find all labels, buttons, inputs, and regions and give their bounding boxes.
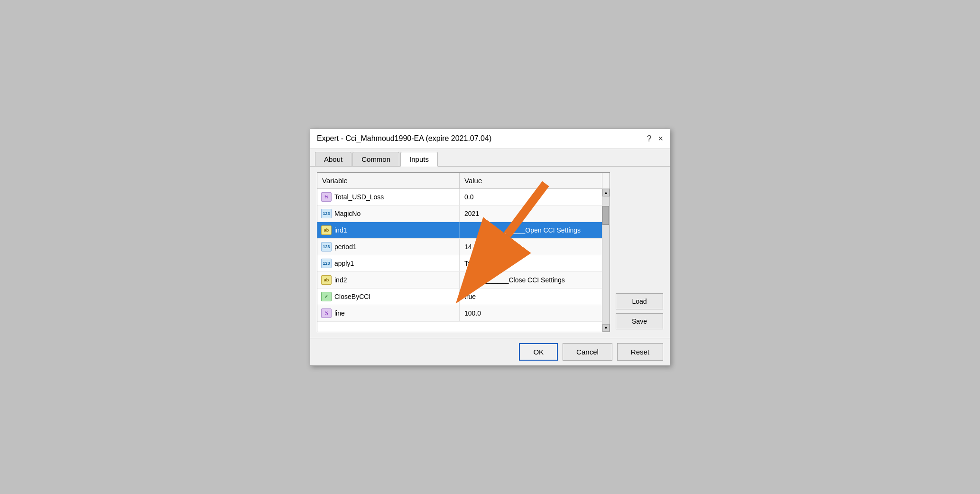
bottom-bar: OK Cancel Reset xyxy=(310,338,670,365)
inputs-table: Variable Value ½ Total_USD_Loss 0.0 xyxy=(317,172,610,332)
row-variable: 123 apply1 xyxy=(317,255,460,271)
table-row[interactable]: 123 period1 14 xyxy=(317,239,602,255)
help-button[interactable]: ? xyxy=(647,134,651,144)
table-row[interactable]: ½ Total_USD_Loss 0.0 xyxy=(317,189,602,205)
row-value[interactable]: ____________Close CCI Settings xyxy=(460,273,602,287)
save-button[interactable]: Save xyxy=(616,313,663,329)
row-value[interactable]: 2021 xyxy=(460,206,602,221)
table-row[interactable]: 123 apply1 Typical price xyxy=(317,255,602,272)
row-value[interactable]: 14 xyxy=(460,240,602,254)
row-variable: 123 period1 xyxy=(317,239,460,255)
row-variable: ✓ CloseByCCI xyxy=(317,289,460,305)
cancel-button[interactable]: Cancel xyxy=(563,343,612,361)
tab-inputs[interactable]: Inputs xyxy=(400,152,438,167)
scroll-down-button[interactable]: ▼ xyxy=(602,324,610,332)
table-row[interactable]: 123 MagicNo 2021 xyxy=(317,205,602,222)
scroll-thumb[interactable] xyxy=(602,206,609,225)
row-value[interactable]: ____________Open CCI Settings xyxy=(460,223,602,237)
row-value[interactable]: 100.0 xyxy=(460,306,602,320)
reset-button[interactable]: Reset xyxy=(617,343,663,361)
title-controls: ? × xyxy=(647,134,663,144)
tab-bar: About Common Inputs xyxy=(310,149,670,167)
title-bar: Expert - Cci_Mahmoud1990-EA (expire 2021… xyxy=(310,129,670,149)
scrollbar[interactable]: ▲ ▼ xyxy=(602,189,610,332)
table-row[interactable]: ab ind2 ____________Close CCI Settings xyxy=(317,272,602,289)
scroll-track xyxy=(602,196,610,324)
table-row[interactable]: ½ line 100.0 xyxy=(317,305,602,322)
ok-button[interactable]: OK xyxy=(519,343,558,361)
table-body: ½ Total_USD_Loss 0.0 123 MagicNo 2021 xyxy=(317,189,602,332)
icon-123: 123 xyxy=(321,209,332,218)
icon-check: ✓ xyxy=(321,292,332,301)
col-value-header: Value xyxy=(460,173,602,188)
scroll-up-button[interactable]: ▲ xyxy=(602,189,610,196)
icon-v2: ½ xyxy=(321,308,332,318)
tab-about[interactable]: About xyxy=(315,152,351,166)
row-variable: 123 MagicNo xyxy=(317,205,460,222)
icon-ab: ab xyxy=(321,275,332,285)
side-buttons: Load Save xyxy=(616,172,663,332)
row-variable: ½ Total_USD_Loss xyxy=(317,189,460,205)
row-variable: ab ind2 xyxy=(317,272,460,288)
table-header: Variable Value xyxy=(317,173,610,189)
row-variable: ab ind1 xyxy=(317,222,460,238)
table-row[interactable]: ab ind1 ____________Open CCI Settings xyxy=(317,222,602,239)
content-area: Variable Value ½ Total_USD_Loss 0.0 xyxy=(310,167,670,338)
row-value[interactable]: 0.0 xyxy=(460,190,602,204)
row-value[interactable]: true xyxy=(460,289,602,304)
load-button[interactable]: Load xyxy=(616,293,663,309)
row-value[interactable]: Typical price xyxy=(460,256,602,270)
icon-123: 123 xyxy=(321,259,332,268)
table-row[interactable]: ✓ CloseByCCI true xyxy=(317,289,602,305)
close-button[interactable]: × xyxy=(658,134,663,144)
col-variable-header: Variable xyxy=(317,173,460,188)
tab-common[interactable]: Common xyxy=(352,152,399,166)
icon-123: 123 xyxy=(321,242,332,252)
icon-v2: ½ xyxy=(321,192,332,202)
dialog-title: Expert - Cci_Mahmoud1990-EA (expire 2021… xyxy=(317,134,491,143)
expert-dialog: Expert - Cci_Mahmoud1990-EA (expire 2021… xyxy=(310,129,670,366)
row-variable: ½ line xyxy=(317,305,460,321)
icon-ab: ab xyxy=(321,225,332,235)
